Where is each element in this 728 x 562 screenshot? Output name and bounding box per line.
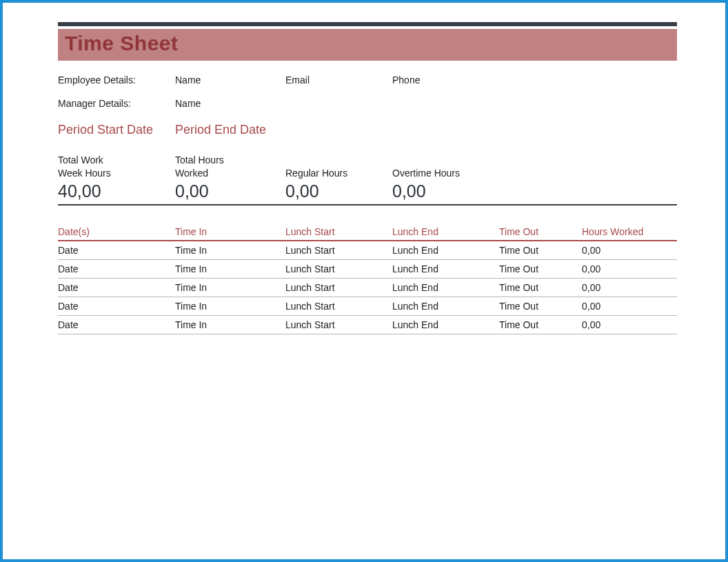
period-start-label[interactable]: Period Start Date [58,123,153,137]
cell-lunch-start[interactable]: Lunch Start [285,245,392,256]
table-row: DateTime InLunch StartLunch EndTime Out0… [58,260,677,279]
cell-hours-worked: 0,00 [582,245,665,256]
total-week-label: Total WorkWeek Hours [58,154,165,180]
manager-details-row: Manager Details: Name [58,98,677,109]
cell-hours-worked: 0,00 [582,263,665,274]
cell-time-out[interactable]: Time Out [499,282,582,293]
period-end-label[interactable]: Period End Date [175,123,266,137]
title-bar: Time Sheet [58,29,677,61]
overtime-hours-value: 0,00 [392,181,489,201]
cell-date[interactable]: Date [58,301,175,312]
cell-time-out[interactable]: Time Out [499,301,582,312]
cell-lunch-start[interactable]: Lunch Start [285,319,392,330]
cell-date[interactable]: Date [58,263,175,274]
cell-lunch-end[interactable]: Lunch End [392,282,499,293]
table-row: DateTime InLunch StartLunch EndTime Out0… [58,297,677,316]
table-row: DateTime InLunch StartLunch EndTime Out0… [58,279,677,297]
table-row: DateTime InLunch StartLunch EndTime Out0… [58,241,677,260]
cell-lunch-end[interactable]: Lunch End [392,263,499,274]
col-header-lunch-end: Lunch End [392,226,499,237]
document-content: Time Sheet Employee Details: Name Email … [3,3,725,334]
cell-lunch-start[interactable]: Lunch Start [285,301,392,312]
col-header-lunch-start: Lunch Start [285,226,392,237]
manager-details-label: Manager Details: [58,98,175,109]
cell-lunch-end[interactable]: Lunch End [392,301,499,312]
page-frame: Time Sheet Employee Details: Name Email … [0,0,728,562]
summary-row: Total WorkWeek Hours 40,00 Total HoursWo… [58,154,677,205]
employee-email-field[interactable]: Email [285,74,392,86]
cell-hours-worked: 0,00 [582,282,665,293]
regular-hours-label: Regular Hours [285,154,382,180]
cell-time-in[interactable]: Time In [175,263,285,274]
cell-lunch-start[interactable]: Lunch Start [285,263,392,274]
table-row: DateTime InLunch StartLunch EndTime Out0… [58,316,677,334]
cell-time-in[interactable]: Time In [175,245,285,256]
total-week-value: 40,00 [58,181,165,201]
employee-details-label: Employee Details: [58,74,175,86]
header-top-rule [58,22,677,26]
cell-lunch-end[interactable]: Lunch End [392,319,499,330]
employee-name-field[interactable]: Name [175,74,285,86]
cell-lunch-end[interactable]: Lunch End [392,245,499,256]
cell-time-out[interactable]: Time Out [499,263,582,274]
cell-lunch-start[interactable]: Lunch Start [285,282,392,293]
regular-hours-value: 0,00 [285,181,382,201]
cell-date[interactable]: Date [58,245,175,256]
cell-time-in[interactable]: Time In [175,319,285,330]
col-header-time-out: Time Out [499,226,582,237]
col-header-hours-worked: Hours Worked [582,226,665,237]
overtime-hours-label: Overtime Hours [392,154,489,180]
total-worked-label: Total HoursWorked [175,154,275,180]
timesheet-table: Date(s) Time In Lunch Start Lunch End Ti… [58,226,677,334]
page-title: Time Sheet [65,32,670,55]
details-section: Employee Details: Name Email Phone Manag… [58,74,677,109]
manager-name-field[interactable]: Name [175,98,285,109]
cell-hours-worked: 0,00 [582,319,665,330]
total-worked-value: 0,00 [175,181,275,201]
employee-details-row: Employee Details: Name Email Phone [58,74,677,86]
cell-date[interactable]: Date [58,319,175,330]
cell-time-in[interactable]: Time In [175,282,285,293]
table-header-row: Date(s) Time In Lunch Start Lunch End Ti… [58,226,677,241]
period-row: Period Start Date Period End Date [58,123,677,137]
employee-phone-field[interactable]: Phone [392,74,499,86]
cell-time-out[interactable]: Time Out [499,245,582,256]
col-header-dates: Date(s) [58,226,175,237]
cell-date[interactable]: Date [58,282,175,293]
table-body: DateTime InLunch StartLunch EndTime Out0… [58,241,677,334]
cell-time-out[interactable]: Time Out [499,319,582,330]
col-header-time-in: Time In [175,226,285,237]
cell-time-in[interactable]: Time In [175,301,285,312]
cell-hours-worked: 0,00 [582,301,665,312]
